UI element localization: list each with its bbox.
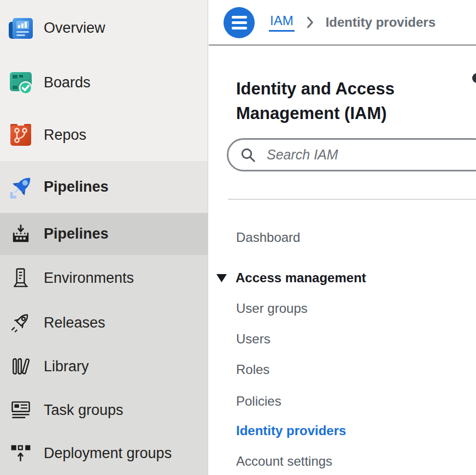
iam-nav-access-management[interactable]: Access management — [216, 270, 366, 286]
hamburger-menu-button[interactable] — [224, 7, 255, 38]
sidebar-item-boards[interactable]: Boards — [0, 56, 208, 109]
sidebar-item-label: Task groups — [44, 402, 124, 419]
iam-nav-roles[interactable]: Roles — [236, 361, 269, 378]
task-groups-icon — [7, 398, 34, 422]
sidebar-item-pipelines-hub[interactable]: Pipelines — [0, 161, 208, 213]
repos-icon — [7, 122, 34, 148]
breadcrumb-iam-link[interactable]: IAM — [269, 13, 295, 32]
page-title: Identity and Access Management (IAM) — [236, 76, 425, 126]
iam-nav-policies[interactable]: Policies — [236, 393, 281, 409]
deployment-groups-icon — [7, 442, 34, 466]
devops-sidebar: Overview Boards — [0, 0, 208, 475]
breadcrumb-current: Identity providers — [326, 15, 436, 30]
sidebar-item-deployment-groups[interactable]: Deployment groups — [0, 432, 208, 475]
iam-header: IAM Identity providers — [209, 0, 476, 46]
breadcrumb: IAM Identity providers — [269, 0, 436, 44]
releases-icon — [7, 311, 34, 335]
iam-nav-dashboard[interactable]: Dashboard — [236, 229, 300, 246]
search-icon — [240, 147, 256, 163]
sidebar-item-pipelines-selected[interactable]: Pipelines — [0, 213, 208, 255]
iam-panel: IAM Identity providers Identity and Acce… — [209, 0, 476, 475]
sidebar-item-environments[interactable]: Environments — [0, 255, 208, 301]
sidebar-item-label: Deployment groups — [44, 445, 172, 462]
hamburger-icon — [232, 16, 247, 19]
chevron-right-icon — [306, 16, 314, 29]
triangle-down-icon — [216, 274, 227, 282]
screen: Overview Boards — [0, 0, 476, 475]
sidebar-item-repos[interactable]: Repos — [0, 109, 208, 161]
search-input[interactable] — [266, 146, 432, 163]
sidebar-item-overview[interactable]: Overview — [0, 0, 208, 56]
pipelines-build-icon — [7, 222, 34, 246]
search-box[interactable] — [227, 138, 476, 171]
iam-nav-account-settings[interactable]: Account settings — [236, 453, 332, 470]
sidebar-item-label: Boards — [44, 74, 91, 91]
iam-nav-user-groups[interactable]: User groups — [236, 300, 308, 317]
sidebar-item-label: Pipelines — [44, 225, 109, 242]
sidebar-item-label: Pipelines — [44, 179, 109, 195]
sidebar-item-label: Releases — [44, 314, 105, 331]
sidebar-item-library[interactable]: Library — [0, 345, 208, 388]
content-divider — [228, 199, 476, 200]
environments-icon — [7, 266, 34, 290]
sidebar-item-task-groups[interactable]: Task groups — [0, 388, 208, 432]
sidebar-item-label: Library — [44, 358, 89, 375]
pipelines-rocket-icon — [7, 174, 34, 200]
sidebar-item-label: Overview — [44, 20, 105, 37]
iam-nav-identity-providers[interactable]: Identity providers — [236, 423, 346, 439]
sidebar-item-label: Environments — [44, 270, 134, 287]
boards-icon — [7, 69, 34, 96]
sidebar-item-label: Repos — [44, 127, 86, 144]
iam-nav-users[interactable]: Users — [236, 331, 271, 347]
library-icon — [7, 354, 34, 378]
sidebar-item-releases[interactable]: Releases — [0, 301, 208, 345]
overview-icon — [7, 15, 34, 41]
close-icon[interactable] — [472, 73, 476, 83]
